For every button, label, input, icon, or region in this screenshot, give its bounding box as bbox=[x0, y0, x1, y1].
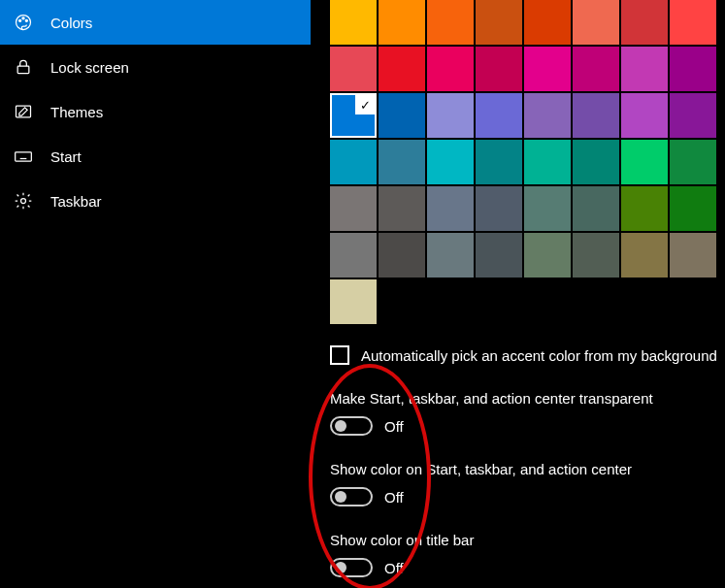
palette-row bbox=[330, 140, 725, 184]
svg-rect-4 bbox=[17, 66, 29, 74]
color-swatch[interactable] bbox=[330, 233, 377, 278]
color-swatch[interactable] bbox=[476, 140, 522, 184]
auto-accent-checkbox[interactable] bbox=[330, 345, 349, 365]
color-swatch[interactable] bbox=[476, 93, 522, 138]
auto-accent-row: Automatically pick an accent color from … bbox=[330, 345, 725, 365]
color-swatch[interactable] bbox=[330, 0, 377, 45]
color-swatch[interactable] bbox=[621, 140, 668, 184]
color-swatch[interactable] bbox=[476, 47, 522, 91]
color-swatch[interactable] bbox=[379, 93, 425, 138]
accent-color-palette: ✓ bbox=[330, 0, 725, 324]
palette-row: ✓ bbox=[330, 93, 725, 138]
sidebar-item-taskbar[interactable]: Taskbar bbox=[0, 179, 311, 223]
sidebar-item-colors[interactable]: Colors bbox=[0, 0, 311, 45]
color-swatch[interactable] bbox=[670, 186, 716, 231]
color-swatch[interactable] bbox=[573, 186, 619, 231]
color-swatch[interactable] bbox=[573, 233, 619, 278]
color-swatch[interactable] bbox=[427, 140, 474, 184]
color-swatch[interactable] bbox=[670, 0, 716, 45]
color-swatch[interactable] bbox=[427, 0, 474, 45]
color-swatch[interactable] bbox=[670, 47, 716, 91]
svg-rect-5 bbox=[16, 106, 31, 117]
svg-point-1 bbox=[19, 19, 21, 21]
toggle-state: Off bbox=[384, 418, 404, 435]
color-swatch[interactable] bbox=[621, 233, 668, 278]
color-swatch[interactable]: ✓ bbox=[330, 93, 377, 138]
option-label: Make Start, taskbar, and action center t… bbox=[330, 390, 725, 407]
color-swatch[interactable] bbox=[330, 140, 377, 184]
option-label: Show color on title bar bbox=[330, 532, 725, 548]
color-swatch[interactable] bbox=[476, 186, 522, 231]
option-show-color-start: Show color on Start, taskbar, and action… bbox=[330, 461, 725, 506]
palette-row bbox=[330, 0, 725, 45]
palette-row bbox=[330, 279, 725, 324]
color-swatch[interactable] bbox=[427, 93, 474, 138]
color-swatch[interactable] bbox=[330, 186, 377, 231]
settings-window: Colors Lock screen Themes Start Taskbar bbox=[0, 0, 725, 588]
color-swatch[interactable] bbox=[427, 186, 474, 231]
color-swatch[interactable] bbox=[379, 47, 425, 91]
sidebar-item-label: Taskbar bbox=[50, 193, 102, 210]
color-swatch[interactable] bbox=[524, 233, 571, 278]
svg-point-3 bbox=[25, 19, 27, 21]
show-color-titlebar-toggle[interactable] bbox=[330, 558, 373, 577]
color-swatch[interactable] bbox=[621, 47, 668, 91]
palette-icon bbox=[14, 13, 33, 32]
color-swatch[interactable] bbox=[524, 93, 571, 138]
show-color-start-toggle[interactable] bbox=[330, 487, 373, 506]
keyboard-icon bbox=[14, 147, 33, 166]
color-swatch[interactable] bbox=[476, 233, 522, 278]
color-swatch[interactable] bbox=[670, 93, 716, 138]
palette-row bbox=[330, 47, 725, 91]
color-swatch[interactable] bbox=[524, 186, 571, 231]
sidebar-item-label: Lock screen bbox=[50, 59, 129, 76]
option-label: Show color on Start, taskbar, and action… bbox=[330, 461, 725, 477]
toggle-state: Off bbox=[384, 560, 404, 576]
sidebar-item-label: Start bbox=[50, 148, 82, 165]
color-swatch[interactable] bbox=[379, 186, 425, 231]
color-swatch[interactable] bbox=[621, 186, 668, 231]
svg-point-12 bbox=[21, 199, 26, 204]
lock-icon bbox=[14, 57, 33, 77]
color-swatch[interactable] bbox=[524, 47, 571, 91]
color-swatch[interactable] bbox=[573, 0, 619, 45]
color-swatch[interactable] bbox=[670, 233, 716, 278]
gear-icon bbox=[14, 191, 33, 211]
sidebar-item-label: Themes bbox=[50, 104, 103, 120]
sidebar-item-themes[interactable]: Themes bbox=[0, 89, 311, 134]
color-swatch[interactable] bbox=[379, 140, 425, 184]
color-swatch[interactable] bbox=[476, 0, 522, 45]
settings-sidebar: Colors Lock screen Themes Start Taskbar bbox=[0, 0, 311, 588]
pencil-icon bbox=[14, 102, 33, 121]
option-show-color-titlebar: Show color on title bar Off bbox=[330, 532, 725, 577]
auto-accent-label: Automatically pick an accent color from … bbox=[361, 347, 717, 364]
color-swatch[interactable] bbox=[573, 93, 619, 138]
color-swatch[interactable] bbox=[427, 233, 474, 278]
color-swatch[interactable] bbox=[670, 140, 716, 184]
sidebar-item-lock-screen[interactable]: Lock screen bbox=[0, 45, 311, 89]
sidebar-item-start[interactable]: Start bbox=[0, 134, 311, 179]
color-swatch[interactable] bbox=[524, 140, 571, 184]
color-swatch[interactable] bbox=[573, 140, 619, 184]
transparency-toggle[interactable] bbox=[330, 416, 373, 436]
color-swatch[interactable] bbox=[573, 47, 619, 91]
color-swatch[interactable] bbox=[379, 233, 425, 278]
sidebar-item-label: Colors bbox=[50, 15, 92, 31]
color-swatch[interactable] bbox=[330, 47, 377, 91]
color-swatch[interactable] bbox=[621, 0, 668, 45]
color-swatch[interactable] bbox=[621, 93, 668, 138]
svg-point-2 bbox=[22, 17, 24, 19]
color-swatch[interactable] bbox=[524, 0, 571, 45]
color-swatch[interactable] bbox=[427, 47, 474, 91]
option-transparency: Make Start, taskbar, and action center t… bbox=[330, 390, 725, 436]
check-icon: ✓ bbox=[355, 95, 375, 114]
toggle-state: Off bbox=[384, 489, 404, 506]
color-swatch[interactable] bbox=[330, 279, 377, 324]
palette-row bbox=[330, 186, 725, 231]
colors-panel: ✓ Automatically pick an accent color fro… bbox=[311, 0, 725, 588]
color-swatch[interactable] bbox=[379, 0, 425, 45]
svg-rect-6 bbox=[16, 152, 32, 161]
palette-row bbox=[330, 233, 725, 278]
